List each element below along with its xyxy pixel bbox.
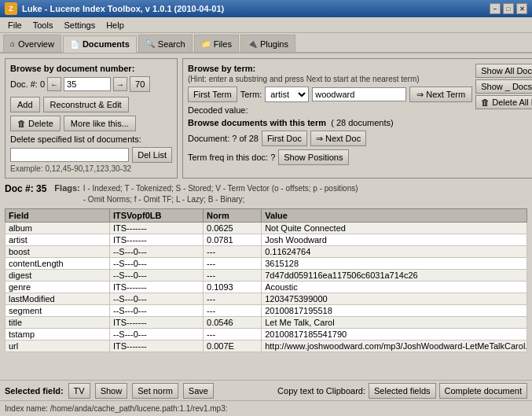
close-button[interactable]: ✕ xyxy=(516,3,527,14)
term-search-input[interactable] xyxy=(312,87,406,101)
tab-search[interactable]: 🔍 Search xyxy=(138,35,193,52)
doc-number-input[interactable] xyxy=(64,77,111,91)
tab-overview[interactable]: ⌂ Overview xyxy=(3,35,61,52)
maximize-button[interactable]: □ xyxy=(503,3,514,14)
table-row[interactable]: segment--S---0------20100817195518 xyxy=(6,305,527,317)
cell-value: Let Me Talk, Carol xyxy=(262,317,527,329)
first-term-button[interactable]: First Term xyxy=(188,87,237,102)
browse-term-hint: (Hint: enter a substring and press Next … xyxy=(188,75,472,83)
delete-list-title: Delete specified list of documents: xyxy=(10,134,172,144)
table-row[interactable]: albumITS-------0.0625Not Quite Connected xyxy=(6,223,527,234)
cell-norm: 0.1093 xyxy=(204,282,262,293)
doc-of-label: Document: ? of 28 xyxy=(188,134,259,143)
documents-icon: 📄 xyxy=(70,40,79,49)
copy-label: Copy text to Clipboard: xyxy=(277,386,365,396)
main-content: Browse by document number: Doc. #: 0 ← →… xyxy=(0,53,532,396)
col-flags: ITSVopf0LB xyxy=(109,209,203,223)
set-norm-button[interactable]: Set norm xyxy=(132,383,178,399)
index-path-text: Index name: /home/anda/cache_path/lucene… xyxy=(5,404,228,413)
flags-line2: - Omit Norms; f - Omit TF; L - Lazy; B -… xyxy=(83,194,358,205)
overview-icon: ⌂ xyxy=(10,39,15,48)
tab-search-label: Search xyxy=(158,39,185,49)
index-path-bar: Index name: /home/anda/cache_path/lucene… xyxy=(0,400,532,416)
cell-field: lastModified xyxy=(6,293,110,305)
tab-bar: ⌂ Overview 📄 Documents 🔍 Search 📁 Files … xyxy=(0,33,532,53)
reconstruct-button[interactable]: Reconstruct & Edit xyxy=(43,97,129,112)
cell-flags: ITS------- xyxy=(109,234,203,246)
cell-value: 0.11624764 xyxy=(262,246,527,258)
col-norm: Norm xyxy=(204,209,262,223)
table-row[interactable]: artistITS-------0.0781Josh Woodward xyxy=(6,234,527,246)
flags-line1: I - Indexed; T - Tokenized; S - Stored; … xyxy=(83,183,358,194)
cell-flags: --S---0--- xyxy=(109,329,203,341)
next-term-button[interactable]: ⇒ Next Term xyxy=(409,87,472,102)
doc-number-header: Doc #: 35 xyxy=(5,183,46,194)
cell-norm: 0.0625 xyxy=(204,223,262,234)
delete-list-input[interactable] xyxy=(10,148,129,162)
tab-plugins[interactable]: 🔌 Plugins xyxy=(240,35,295,52)
cell-field: artist xyxy=(6,234,110,246)
selected-fields-button[interactable]: Selected fields xyxy=(369,383,436,399)
menu-tools[interactable]: Tools xyxy=(28,19,58,31)
go-button[interactable]: 70 xyxy=(130,76,150,92)
cell-flags: --S---0--- xyxy=(109,305,203,317)
table-row[interactable]: boost--S---0------0.11624764 xyxy=(6,246,527,258)
cell-field: boost xyxy=(6,246,110,258)
menu-bar: File Tools Settings Help xyxy=(0,17,532,33)
table-row[interactable]: genreITS-------0.1093Acoustic xyxy=(6,282,527,293)
show-positions-button[interactable]: Show Positions xyxy=(278,149,348,165)
decoded-label: Decoded value: xyxy=(188,105,248,115)
table-row[interactable]: titleITS-------0.0546Let Me Talk, Carol xyxy=(6,317,527,329)
cell-flags: ITS------- xyxy=(109,317,203,329)
cell-field: tstamp xyxy=(6,329,110,341)
menu-settings[interactable]: Settings xyxy=(59,19,100,31)
cell-value: 3615128 xyxy=(262,258,527,270)
del-list-button[interactable]: Del List xyxy=(132,147,172,163)
tab-plugins-label: Plugins xyxy=(260,39,288,49)
cell-flags: --S---0--- xyxy=(109,270,203,282)
cell-norm: 0.0781 xyxy=(204,234,262,246)
cell-norm: --- xyxy=(204,329,262,341)
cell-flags: ITS------- xyxy=(109,282,203,293)
browse-term-title: Browse by term: xyxy=(188,64,472,73)
table-row[interactable]: tstamp--S---0------20100817185541790 xyxy=(6,329,527,341)
cell-value: 1203475399000 xyxy=(262,293,527,305)
cell-field: digest xyxy=(6,270,110,282)
add-button[interactable]: Add xyxy=(10,97,40,112)
term-field-select[interactable]: artist album genre title url xyxy=(265,87,309,102)
show-all-docs-button[interactable]: Show All Docs xyxy=(475,64,532,78)
cell-norm: 0.0546 xyxy=(204,317,262,329)
menu-file[interactable]: File xyxy=(3,19,27,31)
show-docs-count-button[interactable]: Show _ Docs xyxy=(475,79,532,94)
tab-documents[interactable]: 📄 Documents xyxy=(63,35,137,53)
cell-norm: 0.007E xyxy=(204,341,262,352)
table-row[interactable]: contentLength--S---0------3615128 xyxy=(6,258,527,270)
delete-all-docs-button[interactable]: 🗑 Delete All Docs xyxy=(475,95,532,109)
more-like-button[interactable]: More like this... xyxy=(64,116,136,131)
cell-value: 7d47dd059116ea117506c6031a714c26 xyxy=(262,270,527,282)
table-row[interactable]: digest--S---0------7d47dd059116ea117506c… xyxy=(6,270,527,282)
table-row[interactable]: lastModified--S---0------1203475399000 xyxy=(6,293,527,305)
doc-prev-button[interactable]: ← xyxy=(47,77,61,91)
browse-docs-label: Browse documents with this term ( 28 doc… xyxy=(188,118,394,127)
menu-help[interactable]: Help xyxy=(101,19,129,31)
term-freq-label: Term freq in this doc: ? xyxy=(188,153,275,162)
cell-norm: --- xyxy=(204,293,262,305)
complete-doc-button[interactable]: Complete document xyxy=(439,383,527,399)
cell-norm: --- xyxy=(204,305,262,317)
tab-files[interactable]: 📁 Files xyxy=(194,35,239,52)
next-doc-button[interactable]: ⇒ Next Doc xyxy=(310,131,366,146)
cell-field: genre xyxy=(6,282,110,293)
delete-example: Example: 0,12,45-90,17,123,30-32 xyxy=(10,164,172,173)
tv-button[interactable]: TV xyxy=(68,383,90,399)
delete-button[interactable]: 🗑 Delete xyxy=(10,116,61,131)
table-row[interactable]: urlITS-------0.007Ehttp://www.joshwoodwa… xyxy=(6,341,527,352)
show-button[interactable]: Show xyxy=(95,383,128,399)
first-doc-button[interactable]: First Doc xyxy=(262,131,307,146)
cell-field: title xyxy=(6,317,110,329)
files-icon: 📁 xyxy=(201,39,211,48)
doc-next-button[interactable]: → xyxy=(113,77,127,91)
cell-value: Not Quite Connected xyxy=(262,223,527,234)
minimize-button[interactable]: − xyxy=(490,3,501,14)
save-button[interactable]: Save xyxy=(183,383,214,399)
